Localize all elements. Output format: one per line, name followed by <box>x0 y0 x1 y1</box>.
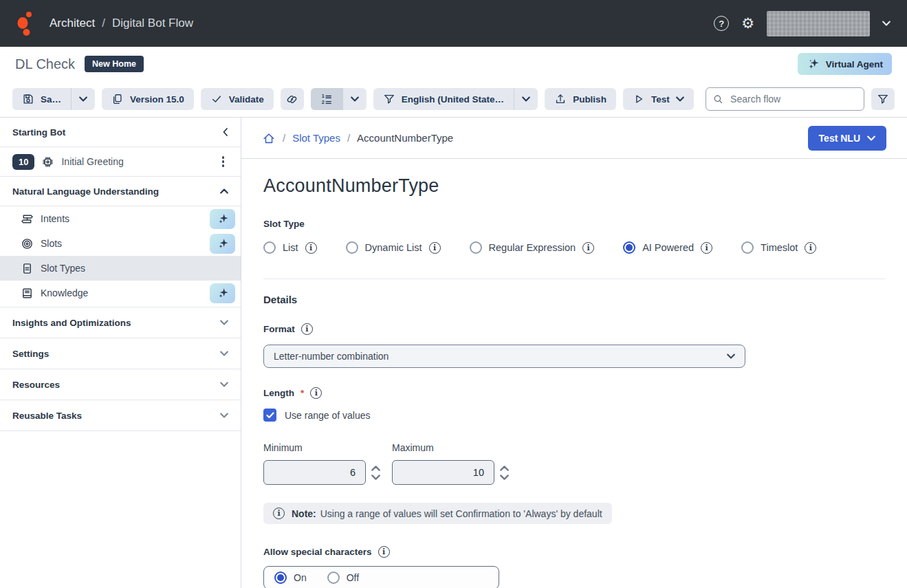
info-icon <box>273 508 285 519</box>
flow-header: DL Check New Home Virtual Agent <box>0 47 907 81</box>
genesys-logo-icon <box>17 11 36 36</box>
sequence-list-split-button: 12 <box>311 88 367 110</box>
help-icon[interactable]: ? <box>714 16 729 31</box>
info-icon[interactable] <box>378 546 390 558</box>
validate-button[interactable]: Validate <box>201 88 274 110</box>
info-icon[interactable] <box>582 242 594 254</box>
slot-type-option-ai-powered[interactable]: AI Powered <box>623 241 712 254</box>
flow-name: DL Check <box>15 56 75 72</box>
intents-ai-button[interactable] <box>210 209 235 229</box>
minimum-input[interactable] <box>263 460 366 485</box>
radio-unselected <box>346 241 358 254</box>
language-button[interactable]: English (United State… <box>373 88 514 110</box>
virtual-agent-button[interactable]: Virtual Agent <box>798 53 892 75</box>
sidebar-header-settings[interactable]: Settings <box>0 338 241 369</box>
language-filter-icon <box>383 93 395 105</box>
radio-unselected <box>327 571 340 584</box>
user-account-redacted[interactable] <box>767 11 870 36</box>
format-label: Format <box>263 323 885 335</box>
intents-icon <box>21 213 34 226</box>
slots-ai-button[interactable] <box>210 234 235 254</box>
use-range-checkbox-row[interactable]: Use range of values <box>263 409 885 422</box>
maximum-input[interactable] <box>392 460 494 485</box>
chevron-down-icon <box>522 96 530 102</box>
version-button[interactable]: Version 15.0 <box>102 88 194 110</box>
sidebar-header-insights[interactable]: Insights and Optimizations <box>0 307 241 338</box>
kebab-menu-icon[interactable] <box>218 153 229 170</box>
test-button[interactable]: Test <box>623 88 694 110</box>
sidebar-item-slot-types[interactable]: Slot Types <box>0 256 241 281</box>
page-title: AccountNumberType <box>263 175 885 197</box>
search-filter-button[interactable] <box>871 88 895 110</box>
app-name[interactable]: Architect <box>50 17 95 30</box>
info-icon[interactable] <box>301 323 313 335</box>
gear-icon[interactable]: ⚙ <box>741 17 754 31</box>
stepper-down-icon[interactable] <box>371 475 380 480</box>
flow-toolbar: Sa… Version 15.0 Validate 12 <box>0 81 907 118</box>
allow-special-characters-label: Allow special characters <box>263 546 885 558</box>
publish-button[interactable]: Publish <box>545 88 616 110</box>
save-button[interactable]: Sa… <box>12 88 71 110</box>
maximum-stepper <box>500 466 509 480</box>
range-fields: Minimum Maximum <box>263 442 885 485</box>
sidebar-item-knowledge[interactable]: Knowledge <box>0 281 241 305</box>
versions-icon <box>111 93 124 105</box>
info-icon[interactable] <box>305 242 317 254</box>
top-app-bar: Architect / Digital Bot Flow ? ⚙ <box>0 0 907 47</box>
knowledge-ai-button[interactable] <box>210 283 235 303</box>
sidebar-item-slots[interactable]: Slots <box>0 231 241 256</box>
sidebar-item-intents[interactable]: Intents <box>0 206 241 231</box>
slot-type-option-timeslot[interactable]: Timeslot <box>741 241 816 254</box>
chevron-down-icon <box>867 135 875 141</box>
slot-type-option-dynamic-list[interactable]: Dynamic List <box>346 241 441 254</box>
checkbox-checked[interactable] <box>263 409 276 422</box>
stepper-up-icon[interactable] <box>371 466 380 471</box>
sidebar-header-nlu[interactable]: Natural Language Understanding <box>0 177 241 206</box>
note-prefix: Note: <box>292 508 316 519</box>
breadcrumb-current: AccountNumberType <box>357 132 453 144</box>
sidebar-header-starting-bot[interactable]: Starting Bot <box>0 118 241 147</box>
section-divider <box>263 279 885 279</box>
sidebar-header-reusable-tasks[interactable]: Reusable Tasks <box>0 400 241 431</box>
flow-sidebar: Starting Bot 10 Initial Greeting Natural… <box>0 118 241 588</box>
info-icon[interactable] <box>701 242 712 254</box>
slot-types-document-icon <box>21 262 34 275</box>
save-menu-button[interactable] <box>71 88 95 110</box>
svg-text:2: 2 <box>322 99 325 105</box>
sequence-list-button[interactable]: 12 <box>311 88 342 110</box>
slot-type-option-list[interactable]: List <box>263 241 317 254</box>
chevron-down-icon <box>220 351 228 356</box>
test-nlu-button[interactable]: Test NLU <box>808 126 886 151</box>
radio-unselected <box>263 241 276 254</box>
new-home-badge[interactable]: New Home <box>85 56 144 72</box>
slot-type-label: Slot Type <box>263 219 885 229</box>
save-split-button: Sa… <box>12 88 95 110</box>
format-select[interactable]: Letter-number combination <box>263 345 745 368</box>
radio-selected <box>623 241 635 254</box>
maximum-label: Maximum <box>392 442 521 453</box>
slot-type-option-regular-expression[interactable]: Regular Expression <box>470 241 595 254</box>
sidebar-item-initial-greeting[interactable]: 10 Initial Greeting <box>0 147 241 177</box>
language-menu-button[interactable] <box>514 88 538 110</box>
search-flow-input[interactable] <box>729 93 857 105</box>
collapse-sidebar-icon[interactable] <box>223 128 228 136</box>
home-icon[interactable] <box>262 131 276 145</box>
info-icon[interactable] <box>429 242 441 254</box>
breadcrumb-slot-types[interactable]: Slot Types <box>292 132 340 144</box>
details-heading: Details <box>263 294 885 305</box>
allow-special-on-option[interactable]: On <box>274 571 307 584</box>
sidebar-header-resources[interactable]: Resources <box>0 369 241 400</box>
chevron-down-icon <box>79 96 87 102</box>
link-button[interactable] <box>281 88 304 110</box>
minimum-stepper <box>371 466 380 480</box>
chevron-down-icon <box>351 96 359 102</box>
chevron-down-icon <box>727 353 735 359</box>
allow-special-off-option[interactable]: Off <box>327 571 359 584</box>
info-icon[interactable] <box>310 387 322 399</box>
stepper-up-icon[interactable] <box>500 466 509 471</box>
account-chevron-down-icon[interactable] <box>882 21 890 26</box>
sequence-list-menu-button[interactable] <box>342 88 367 110</box>
stepper-down-icon[interactable] <box>500 475 509 480</box>
info-icon[interactable] <box>805 242 816 254</box>
bot-chip-icon <box>41 155 54 168</box>
